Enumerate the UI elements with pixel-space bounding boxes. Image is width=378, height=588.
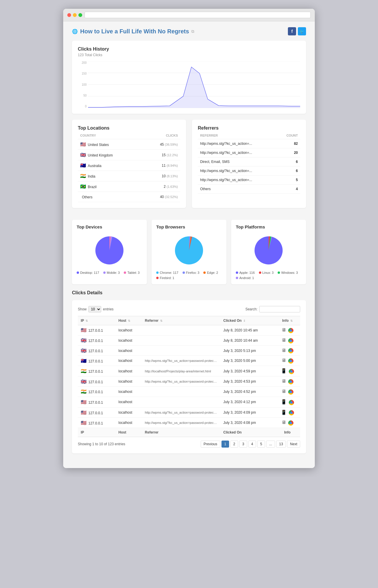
clicks-pct: (1.63%) [166,185,178,188]
col-clicks: CLICKS [142,132,180,139]
row-referrer [142,397,220,407]
location-clicks: 40 (32.52%) [142,192,180,202]
page-button-2[interactable]: 2 [230,441,238,448]
clicks-details-section: Clicks Details Show 10 25 50 entries Sea… [72,290,306,453]
clicks-details-title: Clicks Details [72,290,306,295]
y-label-200: 200 [78,61,87,64]
browsers-legend: Chrome: 117Firefox: 3Edge: 2Firebird: 1 [156,271,222,280]
referrer-row: http://wpms.stg/?kc_us_action=... 6 [198,166,300,176]
referrer-count: 82 [277,139,300,148]
entries-label: entries [103,307,114,311]
legend-dot [156,271,159,274]
legend-label: Firebird: 1 [160,276,174,280]
tf-info: Info [274,428,300,437]
country-flag: 🇮🇳 [80,173,86,178]
referrer-count: 6 [277,157,300,166]
show-entries: Show 10 25 50 entries [78,306,114,312]
y-label-100: 100 [78,83,87,86]
referrer-url: http://wpms.stg/?kc_us_action=... [198,176,277,185]
row-ip: 🇺🇸127.0.0.1 [78,397,116,407]
search-input[interactable] [259,306,300,312]
close-button[interactable] [67,13,71,17]
maximize-button[interactable] [78,13,82,17]
row-host: localhost [116,407,142,418]
legend-label: Apple: 116 [239,271,255,274]
top-sections-row: Top Locations COUNTRY CLICKS 🇺🇸United St… [72,120,306,214]
row-referrer [142,335,220,345]
page-button-13[interactable]: 13 [276,441,286,448]
referrer-count: 20 [277,148,300,157]
twitter-icon[interactable]: 🐦 [298,27,306,35]
table-row: 🇦🇺127.0.0.1 localhost http://wpms.stg/?k… [78,356,300,366]
platforms-legend: Apple: 116Linux: 3Windows: 3Android: 1 [236,271,301,280]
page-button-...[interactable]: ... [266,441,275,448]
browser-icon [288,379,293,384]
referrer-row: http://wpms.stg/?kc_us_action=... 20 [198,148,300,157]
tf-referrer: Referrer [142,428,220,437]
previous-button[interactable]: Previous [201,441,220,448]
referrer-row: Direct, Email, SMS 6 [198,157,300,166]
referrers-card: Referrers REFERRER COUNT http://wpms.stg… [192,120,306,208]
traffic-lights [67,13,82,17]
page-button-5[interactable]: 5 [257,441,265,448]
device-icon: 🖥 [281,327,286,332]
devices-row: Top Devices Desktop: 117Mobile: 3Tablet:… [72,220,306,284]
referrer-count: 6 [277,166,300,176]
device-icon: 🖥 [281,358,286,363]
referrer-row: http://wpms.stg/?kc_us_action=... 82 [198,139,300,148]
row-info: 🖥 [274,325,300,336]
location-clicks: 11 (8.94%) [142,160,180,171]
page-content: 🌐 How to Live a Full Life With No Regret… [63,21,315,468]
th-ip[interactable]: IP ⇅ [78,316,116,325]
copy-icon[interactable]: ⧉ [191,29,194,34]
table-row: 🇮🇳127.0.0.1 localhost July 3, 2020 4:52 … [78,386,300,397]
showing-entries: Showing 1 to 10 of 123 entries [78,442,125,446]
search-box: Search: [245,306,300,312]
row-ip: 🇬🇧127.0.0.1 [78,376,116,387]
pagination: Previous12345...13Next [201,441,300,448]
entries-select[interactable]: 10 25 50 [88,306,101,312]
tf-clicked-on: Clicked On [220,428,274,437]
th-referrer[interactable]: Referrer ⇅ [142,316,220,325]
row-host: localhost [116,376,142,387]
row-clicked-on: July 3, 2020 5:00 pm [220,356,274,366]
th-info[interactable]: Info ⇅ [274,316,300,325]
clicks-history-subtitle: 123 Total Clicks [78,53,300,57]
table-footer-header: IP Host Referrer Clicked On Info [78,428,300,437]
row-clicked-on: July 3, 2020 4:12 pm [220,397,274,407]
clicks-pct: (32.52%) [165,195,178,199]
row-flag: 🇺🇸 [81,420,87,425]
location-clicks: 45 (36.59%) [142,139,180,150]
row-clicked-on: July 8, 2020 10:44 am [220,335,274,345]
row-flag: 🇺🇸 [81,400,87,405]
legend-label: Windows: 3 [281,271,298,274]
th-clicked-on[interactable]: Clicked On ⇓ [220,316,274,325]
row-referrer: http://wpms.stg/?kc_us_action=password-p… [142,418,220,428]
row-flag: 🇺🇸 [81,328,87,333]
legend-dot [203,271,206,274]
browser-icon [288,358,293,364]
row-ip: 🇬🇧127.0.0.1 [78,335,116,345]
row-ip: 🇮🇳127.0.0.1 [78,366,116,376]
facebook-icon[interactable]: f [288,27,296,35]
devices-legend: Desktop: 117Mobile: 3Tablet: 3 [77,271,142,274]
row-info: 🖥 [274,376,300,387]
row-ip: 🇺🇸127.0.0.1 [78,325,116,336]
row-clicked-on: July 3, 2020 5:13 pm [220,345,274,356]
page-button-4[interactable]: 4 [248,441,256,448]
device-icon: 🖥 [281,379,286,384]
row-ip: 🇺🇸127.0.0.1 [78,418,116,428]
page-button-1[interactable]: 1 [221,441,229,448]
legend-dot [124,271,126,274]
next-button[interactable]: Next [287,441,300,448]
address-bar[interactable] [85,12,311,18]
legend-label: Firefox: 3 [186,271,200,274]
top-devices-card: Top Devices Desktop: 117Mobile: 3Tablet:… [72,220,147,284]
row-clicked-on: July 3, 2020 4:08 pm [220,418,274,428]
legend-label: Desktop: 117 [80,271,99,274]
th-host[interactable]: Host ⇅ [116,316,142,325]
minimize-button[interactable] [73,13,77,17]
page-button-3[interactable]: 3 [239,441,247,448]
clicks-history-card: Clicks History 123 Total Clicks 200 150 … [72,41,306,114]
row-clicked-on: July 3, 2020 4:53 pm [220,376,274,387]
